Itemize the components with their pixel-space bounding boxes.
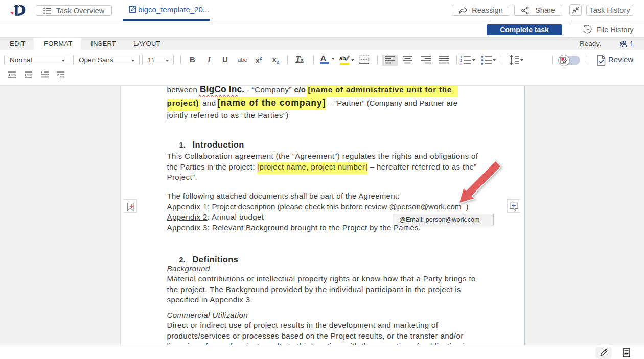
- svg-text:2: 2: [460, 59, 462, 62]
- svg-text:ab: ab: [339, 55, 346, 61]
- svg-text:1: 1: [460, 55, 462, 59]
- svg-text:3: 3: [460, 62, 462, 65]
